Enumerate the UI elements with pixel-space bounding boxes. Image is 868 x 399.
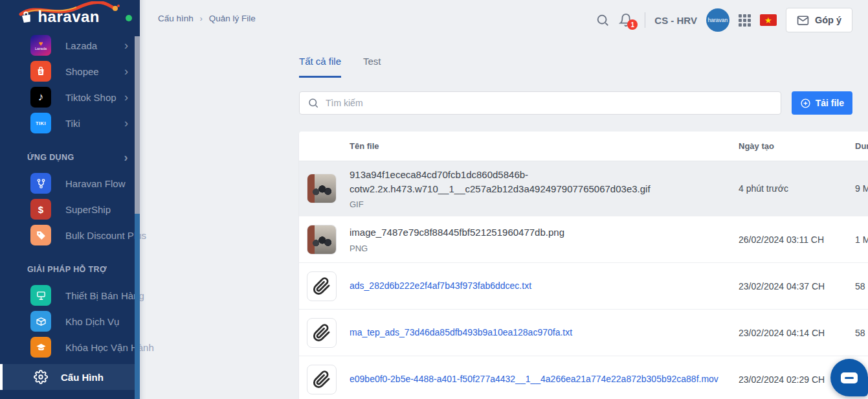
file-type-label: GIF [350, 200, 712, 209]
table-row: 913a94f1ececa84cd70fcb1dc860d5846b-cotw2… [299, 161, 868, 216]
tab-tat-ca-file[interactable]: Tất cả file [299, 56, 341, 78]
main-area: Cấu hình › Quản lý File 1 CS - HRV harav… [140, 0, 868, 399]
topbar-actions: 1 CS - HRV haravan ★ Góp ý [595, 6, 852, 34]
file-table: Tên file Ngày tạo Dung lượng Đường dẫn S… [299, 131, 868, 399]
chevron-right-icon: › [124, 65, 128, 77]
envelope-icon [797, 14, 809, 27]
chat-bubble-icon [841, 372, 858, 383]
graduation-cap-icon [30, 337, 51, 358]
file-size: 1 MB [843, 234, 868, 245]
status-dot [126, 15, 132, 21]
tiki-icon: TIKI [30, 113, 51, 133]
search-icon [307, 97, 319, 109]
avatar[interactable]: haravan [706, 8, 729, 32]
logo[interactable]: haravan [0, 0, 140, 32]
header-ten-file: Tên file [299, 141, 726, 151]
sidebar-item-thiet-bi-ban-hang[interactable]: Thiết Bị Bán Hàng [0, 282, 140, 308]
chat-launcher-button[interactable] [830, 359, 868, 396]
table-row: e09be0f0-2b5e-4488-a401-f50f277a4432__1_… [299, 356, 868, 399]
sidebar-item-khoa-hoc-van-hanh[interactable]: Khóa Học Vận Hành [0, 334, 140, 360]
file-thumbnail[interactable] [307, 174, 337, 203]
sidebar-item-tiki[interactable]: TIKI Tiki › [0, 110, 140, 136]
photo-thumbnail-image [307, 174, 336, 203]
breadcrumb-quan-ly-file[interactable]: Quản lý File [209, 14, 256, 23]
breadcrumb: Cấu hình › Quản lý File [158, 14, 256, 23]
warehouse-box-icon [30, 311, 51, 332]
breadcrumb-cau-hinh[interactable]: Cấu hình [158, 14, 194, 23]
file-name-link[interactable]: ads_282d6b222e2f4af7b43f973fab6ddcec.txt [350, 279, 531, 292]
search-input[interactable] [326, 98, 773, 108]
file-size: 9 MB [843, 183, 868, 194]
sidebar-item-lazada[interactable]: ♥ Lazada Lazada › [0, 32, 140, 58]
shopee-icon: S [30, 61, 51, 82]
sidebar-nav: ♥ Lazada Lazada › S Shopee › ♪ Tiktok Sh… [0, 32, 140, 360]
sidebar-section-support: GIẢI PHÁP HỖ TRỢ [0, 256, 140, 282]
file-name-link[interactable]: ma_tep_ads_73d46da85dfb493b9a10ea128ac97… [350, 326, 572, 339]
file-thumbnail[interactable] [307, 318, 337, 348]
file-date: 26/02/2024 03:11 CH [726, 234, 843, 245]
account-label[interactable]: CS - HRV [654, 15, 697, 26]
sidebar-item-shopee[interactable]: S Shopee › [0, 58, 140, 84]
table-row: image_7487e79c8f88445fbf521251960477db.p… [299, 216, 868, 263]
feedback-button[interactable]: Góp ý [786, 8, 852, 32]
file-name-link[interactable]: e09be0f0-2b5e-4488-a401-f50f277a4432__1_… [350, 372, 712, 385]
chevron-right-icon: › [124, 117, 128, 129]
file-size: 58 B [843, 328, 868, 338]
sidebar-item-bulk-discount-plus[interactable]: Bulk Discount Plus [0, 222, 140, 248]
file-size: 58 B [843, 281, 868, 291]
file-name[interactable]: image_7487e79c8f88445fbf521251960477db.p… [350, 225, 564, 240]
file-thumbnail[interactable] [307, 271, 337, 301]
chevron-right-icon: › [124, 151, 128, 165]
file-name[interactable]: 913a94f1ececa84cd70fcb1dc860d5846b-cotw2… [350, 168, 712, 196]
sidebar-item-supership[interactable]: $ SuperShip [0, 196, 140, 222]
supership-icon: $ [30, 199, 51, 220]
breadcrumb-separator-icon: › [200, 14, 203, 23]
tab-test[interactable]: Test [363, 56, 381, 78]
sidebar-item-kho-dich-vu[interactable]: Kho Dịch Vụ [0, 308, 140, 334]
sidebar-item-cau-hinh-active[interactable]: Cấu Hình [0, 364, 140, 390]
search-box [299, 91, 781, 115]
haravan-flow-icon [30, 173, 51, 194]
file-date: 23/02/2024 04:14 CH [726, 328, 843, 338]
header-ngay-tao: Ngày tạo [726, 141, 843, 151]
bulk-discount-icon [30, 225, 51, 245]
logo-text: haravan [38, 8, 100, 25]
lazada-icon: ♥ Lazada [30, 35, 51, 56]
sidebar-scrollbar-thumb[interactable] [135, 36, 140, 214]
search-icon[interactable] [595, 13, 610, 27]
vietnam-flag-icon[interactable]: ★ [760, 14, 777, 26]
paperclip-icon [313, 370, 331, 389]
photo-thumbnail-image [307, 225, 336, 254]
sidebar-item-tiktok-shop[interactable]: ♪ Tiktok Shop › [0, 84, 140, 110]
chevron-right-icon: › [124, 40, 128, 51]
notification-badge: 1 [627, 19, 638, 30]
tabs: Tất cả file Test [299, 56, 381, 78]
divider [645, 12, 645, 28]
table-header-row: Tên file Ngày tạo Dung lượng Đường dẫn [299, 131, 868, 161]
gear-icon [34, 370, 48, 384]
paperclip-icon [313, 277, 331, 295]
sidebar: haravan ♥ Lazada Lazada › S Shopee › ♪ T… [0, 0, 140, 399]
topbar: Cấu hình › Quản lý File 1 CS - HRV harav… [140, 0, 868, 39]
toolbar: Tải file [299, 91, 852, 115]
logo-bag-icon [18, 8, 35, 28]
upload-file-button[interactable]: Tải file [792, 91, 852, 115]
sidebar-item-haravan-flow[interactable]: Haravan Flow [0, 170, 140, 196]
file-date: 23/02/2024 04:37 CH [726, 281, 843, 291]
sidebar-section-apps[interactable]: ỨNG DỤNG › [0, 144, 140, 170]
paperclip-icon [313, 324, 331, 342]
file-type-label: PNG [350, 244, 564, 253]
pos-device-icon [30, 285, 51, 306]
file-date: 23/02/2024 02:29 CH [726, 374, 843, 385]
file-thumbnail[interactable] [307, 365, 337, 394]
tiktok-icon: ♪ [30, 87, 51, 108]
table-row: ma_tep_ads_73d46da85dfb493b9a10ea128ac97… [299, 310, 868, 356]
app-grid-icon[interactable] [739, 14, 751, 27]
table-row: ads_282d6b222e2f4af7b43f973fab6ddcec.txt… [299, 263, 868, 310]
notification-bell-icon[interactable]: 1 [619, 13, 633, 27]
svg-text:S: S [39, 70, 43, 74]
plus-circle-icon [800, 98, 811, 109]
file-thumbnail[interactable] [307, 225, 337, 255]
header-dung-luong: Dung lượng [843, 141, 868, 151]
file-date: 4 phút trước [726, 183, 843, 194]
